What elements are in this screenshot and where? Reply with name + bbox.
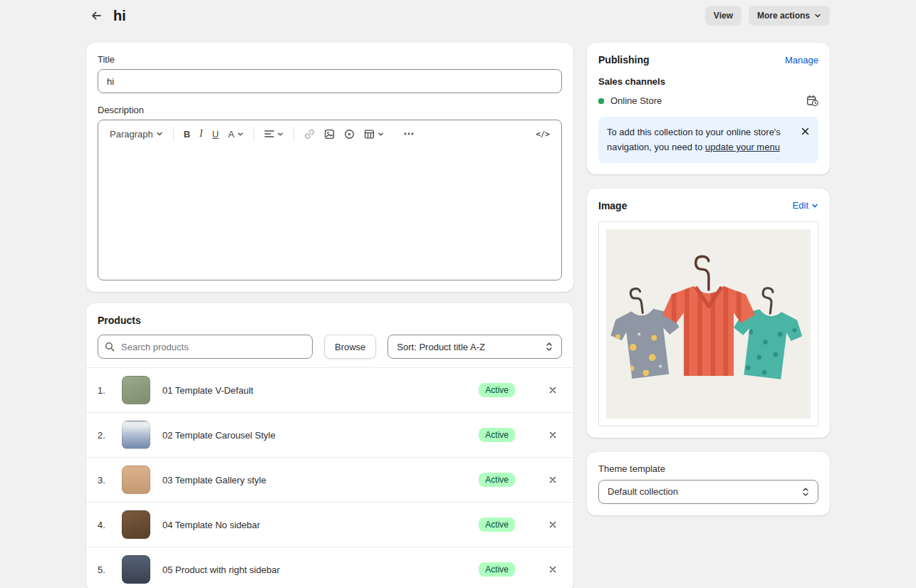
product-name-link[interactable]: 02 Template Carousel Style: [162, 430, 479, 441]
products-heading: Products: [98, 315, 562, 326]
table-icon: [364, 129, 375, 140]
products-controls: Browse Sort: Product title A-Z: [86, 326, 573, 367]
topbar-left: hi: [86, 6, 126, 26]
remove-product-button[interactable]: [543, 515, 562, 534]
sort-select[interactable]: Sort: Product title A-Z: [387, 335, 562, 359]
chevron-down-icon: [277, 131, 283, 137]
close-icon: [548, 565, 557, 574]
row-index: 1.: [98, 385, 122, 396]
product-row: 1. 01 Template V-Default Active: [86, 367, 573, 412]
edit-image-link[interactable]: Edit: [793, 200, 818, 211]
view-button[interactable]: View: [705, 6, 741, 26]
manage-publishing-link[interactable]: Manage: [785, 55, 818, 65]
shirts-illustration: [606, 229, 811, 419]
back-button[interactable]: [86, 6, 106, 26]
channel-name: Online Store: [610, 95, 662, 106]
product-name-link[interactable]: 04 Template No sidebar: [162, 520, 479, 530]
chevron-down-icon: [811, 202, 818, 209]
insert-video-button[interactable]: [340, 126, 359, 142]
image-heading: Image: [598, 200, 627, 211]
close-icon: [548, 431, 557, 439]
select-caret-icon: [802, 487, 809, 497]
paragraph-style-dropdown[interactable]: Paragraph: [105, 126, 167, 142]
alignment-button[interactable]: [260, 127, 288, 141]
remove-product-button[interactable]: [543, 560, 562, 579]
search-icon: [105, 342, 115, 352]
bold-button[interactable]: B: [179, 126, 194, 142]
products-card: Products Browse Sort: Product title A-Z: [86, 303, 573, 588]
insert-table-button[interactable]: [360, 126, 388, 142]
close-icon: [548, 520, 557, 529]
italic-button[interactable]: I: [195, 125, 207, 142]
chevron-down-icon: [378, 131, 384, 137]
online-store-status-dot: [598, 98, 604, 104]
product-row: 2. 02 Template Carousel Style Active: [86, 412, 573, 457]
description-editor: Paragraph B I U A: [98, 120, 562, 280]
status-badge: Active: [479, 562, 515, 577]
sales-channels-label: Sales channels: [598, 76, 818, 87]
product-thumbnail: [122, 466, 150, 494]
close-icon: [548, 476, 557, 484]
product-thumbnail: [122, 421, 150, 449]
image-icon: [324, 129, 335, 140]
editor-toolbar: Paragraph B I U A: [98, 120, 561, 147]
search-products-input[interactable]: [98, 335, 313, 359]
topbar-actions: View More actions: [705, 6, 830, 26]
close-icon: [548, 386, 557, 394]
text-color-button[interactable]: A: [224, 126, 248, 142]
description-textarea[interactable]: [98, 147, 561, 280]
theme-template-select[interactable]: Default collection: [598, 480, 818, 504]
theme-template-card: Theme template Default collection: [587, 452, 830, 515]
remove-product-button[interactable]: [543, 381, 562, 399]
chevron-down-icon: [814, 12, 821, 19]
remove-product-button[interactable]: [543, 471, 562, 489]
toolbar-divider: [254, 127, 254, 141]
more-formatting-button[interactable]: [399, 126, 419, 142]
dismiss-banner-button[interactable]: [797, 123, 813, 139]
page: hi View More actions Title Description: [86, 0, 830, 588]
close-icon: [801, 127, 810, 136]
status-badge: Active: [479, 473, 515, 487]
navigation-info-banner: To add this collection to your online st…: [598, 117, 818, 163]
update-your-menu-link[interactable]: update your menu: [705, 142, 780, 152]
underline-button[interactable]: U: [208, 126, 223, 142]
toolbar-divider: [173, 127, 174, 141]
image-card: Image Edit: [587, 189, 830, 438]
status-badge: Active: [479, 383, 515, 397]
chevron-down-icon: [237, 131, 244, 137]
product-name-link[interactable]: 05 Product with right sidebar: [162, 565, 479, 575]
publishing-card: Publishing Manage Sales channels Online …: [587, 43, 830, 174]
product-name-link[interactable]: 03 Template Gallery style: [162, 475, 479, 485]
browse-button[interactable]: Browse: [324, 335, 376, 359]
row-index: 2.: [98, 430, 122, 441]
channel-row: Online Store: [598, 95, 818, 107]
link-button[interactable]: [300, 126, 319, 142]
status-badge: Active: [479, 518, 515, 532]
description-label: Description: [98, 105, 562, 115]
row-index: 4.: [98, 520, 122, 530]
product-row: 5. 05 Product with right sidebar Active: [86, 547, 573, 588]
schedule-calendar-icon: [806, 95, 818, 107]
remove-product-button[interactable]: [543, 426, 562, 444]
select-caret-icon: [546, 342, 553, 352]
page-title: hi: [113, 8, 126, 24]
back-arrow-icon: [90, 9, 103, 22]
link-icon: [304, 129, 315, 140]
title-input[interactable]: [98, 69, 562, 93]
collection-image-frame: [598, 221, 818, 426]
row-index: 3.: [98, 475, 122, 485]
topbar: hi View More actions: [86, 4, 830, 27]
more-actions-button[interactable]: More actions: [749, 6, 830, 26]
ellipsis-icon: [403, 129, 415, 139]
toolbar-divider: [293, 127, 294, 141]
product-name-link[interactable]: 01 Template V-Default: [162, 385, 479, 396]
insert-image-button[interactable]: [320, 126, 339, 142]
product-thumbnail: [122, 510, 150, 539]
product-row: 3. 03 Template Gallery style Active: [86, 457, 573, 502]
status-badge: Active: [479, 428, 515, 442]
product-row: 4. 04 Template No sidebar Active: [86, 502, 573, 547]
publishing-heading: Publishing: [598, 54, 650, 65]
show-html-button[interactable]: </>: [531, 127, 554, 142]
product-thumbnail: [122, 376, 150, 404]
align-left-icon: [264, 130, 274, 138]
